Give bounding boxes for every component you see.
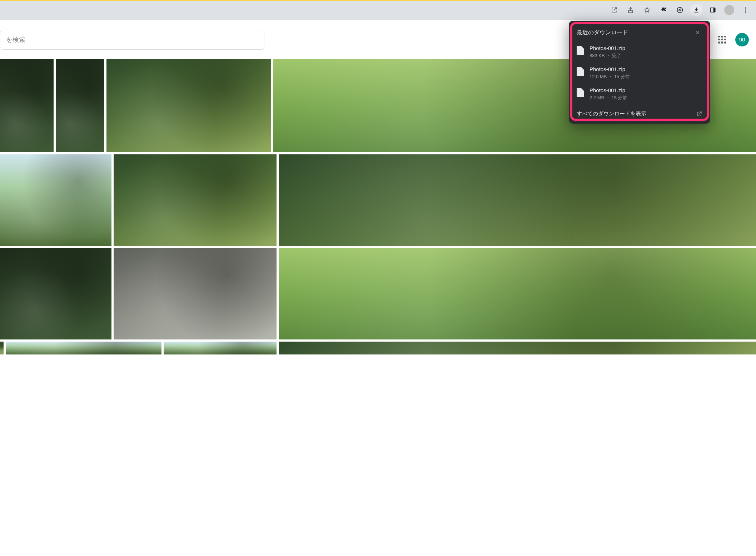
photo-grid [0,59,756,556]
puzzle-icon[interactable] [657,4,670,16]
photo-thumb[interactable] [114,154,277,246]
close-icon[interactable] [693,28,702,37]
file-icon [577,88,584,97]
photo-thumb[interactable] [0,248,111,339]
photo-thumb[interactable] [279,342,756,354]
svg-point-4 [745,9,746,10]
download-item[interactable]: Photos-001.zip 883 KB ・ 完了 [569,41,710,63]
photo-thumb[interactable] [279,154,756,246]
download-icon[interactable] [690,4,702,16]
account-label: 90 [739,36,745,43]
download-name: Photos-001.zip [590,45,625,51]
search-wrap: を検索 [0,30,264,50]
downloads-footer-label: すべてのダウンロードを表示 [577,110,646,117]
download-item[interactable]: Photos-001.zip 2.2 MB ・ 15 分前 [569,84,710,105]
download-name: Photos-001.zip [590,66,630,72]
downloads-title: 最近のダウンロード [577,29,628,36]
download-meta: 2.2 MB ・ 15 分前 [590,95,627,101]
toolbar-accent [0,0,756,1]
leaf-icon[interactable] [674,4,686,16]
file-icon [577,46,584,55]
downloads-footer[interactable]: すべてのダウンロードを表示 [569,105,710,124]
star-icon[interactable] [641,4,653,16]
svg-point-3 [745,7,746,8]
share-icon[interactable] [625,4,637,16]
header-right: 90 [716,33,749,46]
download-name: Photos-001.zip [590,87,627,93]
photo-thumb[interactable] [279,248,756,339]
photo-thumb[interactable] [56,59,104,152]
search-placeholder: を検索 [6,35,25,44]
download-meta: 12.0 MB ・ 15 分前 [590,74,630,80]
side-panel-icon[interactable] [707,4,719,16]
svg-point-5 [745,11,746,13]
downloads-header: 最近のダウンロード [569,21,710,41]
download-meta: 883 KB ・ 完了 [590,53,625,59]
photo-thumb[interactable] [0,342,4,354]
open-in-new-icon [696,111,702,117]
photo-thumb[interactable] [164,342,277,354]
photo-thumb[interactable] [0,59,54,152]
download-item[interactable]: Photos-001.zip 12.0 MB ・ 15 分前 [569,63,710,84]
photo-thumb[interactable] [6,342,161,354]
kebab-menu-icon[interactable] [740,4,752,16]
profile-icon[interactable] [723,4,735,16]
search-input[interactable]: を検索 [0,30,264,50]
svg-point-1 [677,7,683,13]
open-in-new-icon[interactable] [608,4,620,16]
account-badge[interactable]: 90 [735,33,749,46]
photo-thumb[interactable] [0,154,111,246]
file-icon [577,67,584,76]
toolbar-icons [608,4,752,16]
photo-thumb[interactable] [106,59,271,152]
apps-icon[interactable] [716,34,728,46]
photo-thumb[interactable] [114,248,277,339]
downloads-popup: 最近のダウンロード Photos-001.zip 883 KB ・ 完了 Pho… [569,21,710,124]
browser-toolbar [0,0,756,20]
